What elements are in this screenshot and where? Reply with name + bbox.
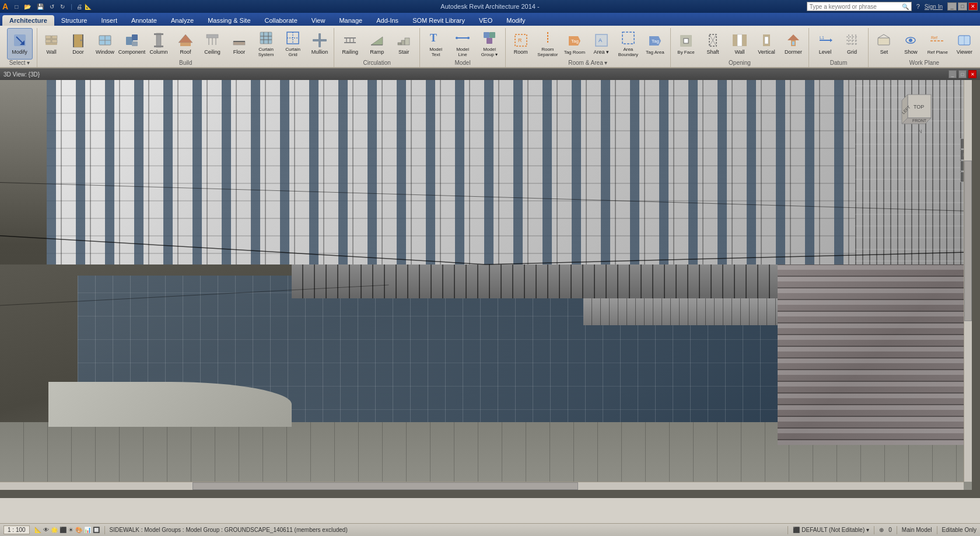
floor-button[interactable]: Floor bbox=[226, 28, 252, 60]
viewer-button[interactable]: Viewer bbox=[951, 28, 977, 60]
tab-addins[interactable]: Add-Ins bbox=[369, 15, 405, 26]
vertical-scrollbar[interactable] bbox=[964, 80, 972, 482]
workset-selector[interactable]: ⬛ DEFAULT (Not Editable) ▾ bbox=[793, 527, 869, 533]
maximize-btn[interactable]: □ bbox=[958, 2, 967, 11]
svg-rect-4 bbox=[46, 36, 51, 39]
workset-chevron[interactable]: ▾ bbox=[866, 527, 869, 533]
stair-button[interactable]: Stair bbox=[391, 28, 416, 60]
model-text-button[interactable]: T Model Text bbox=[423, 28, 449, 60]
tag-area-button[interactable]: Tag Tag Area bbox=[642, 28, 668, 60]
svg-point-52 bbox=[467, 37, 470, 39]
view-cube-container[interactable]: TOP LEFT FRONT N bbox=[896, 89, 943, 137]
viewport-title-controls: _ □ ✕ bbox=[949, 70, 977, 78]
analysis-icon[interactable]: 📊 bbox=[84, 527, 91, 533]
minimize-btn[interactable]: _ bbox=[947, 2, 957, 11]
view-cube[interactable]: TOP LEFT FRONT N bbox=[896, 89, 943, 135]
scale-display[interactable]: 1 : 100 bbox=[4, 525, 30, 534]
v-scroll-thumb[interactable] bbox=[964, 161, 972, 321]
svg-text:Tag: Tag bbox=[571, 39, 579, 44]
tab-structure[interactable]: Structure bbox=[54, 15, 94, 26]
tab-architecture[interactable]: Architecture bbox=[2, 15, 54, 26]
signin-label[interactable]: Sign In bbox=[925, 4, 943, 10]
wall-button[interactable]: Wall bbox=[38, 28, 64, 60]
svg-rect-20 bbox=[154, 46, 163, 47]
graphics-display-icon[interactable]: 🌟 bbox=[51, 527, 58, 533]
model-group-button[interactable]: Model Group ▾ bbox=[477, 28, 502, 60]
close-btn[interactable]: ✕ bbox=[968, 2, 978, 11]
column-label: Column bbox=[150, 50, 168, 55]
svg-text:L1: L1 bbox=[820, 36, 824, 40]
undo-btn[interactable]: ↺ bbox=[48, 3, 56, 11]
save-btn[interactable]: 💾 bbox=[35, 3, 46, 11]
grid-button[interactable]: Grid bbox=[839, 28, 865, 60]
shaft-button[interactable]: Shaft bbox=[700, 28, 726, 60]
tag-room-button[interactable]: Tag Tag Room bbox=[562, 28, 587, 60]
tab-view[interactable]: View bbox=[304, 15, 332, 26]
area-button[interactable]: A Area ▾ bbox=[589, 28, 614, 60]
detail-level-icon[interactable]: 📐 bbox=[34, 527, 41, 533]
render-icon[interactable]: 🎨 bbox=[75, 527, 82, 533]
help-btn[interactable]: ? bbox=[916, 3, 920, 10]
tab-massing[interactable]: Massing & Site bbox=[201, 15, 257, 26]
ref-plane-button[interactable]: Ref Ref Plane bbox=[925, 28, 950, 60]
modify-button[interactable]: Modify bbox=[7, 28, 33, 60]
set-button[interactable]: Set bbox=[871, 28, 897, 60]
tab-annotate[interactable]: Annotate bbox=[124, 15, 164, 26]
vp-close-btn[interactable]: ✕ bbox=[968, 70, 977, 78]
window-button[interactable]: Window bbox=[92, 28, 118, 60]
wall-opening-button[interactable]: Wall bbox=[727, 28, 752, 60]
editable-only-label[interactable]: Editable Only bbox=[942, 527, 977, 533]
room-button[interactable]: R Room bbox=[508, 28, 534, 60]
measure-btn[interactable]: 📐 bbox=[85, 4, 92, 10]
level-label: Level bbox=[819, 50, 832, 55]
horizontal-scrollbar[interactable] bbox=[0, 482, 964, 490]
search-box[interactable]: 🔍 bbox=[807, 2, 912, 11]
open-btn[interactable]: 📂 bbox=[22, 3, 33, 11]
vp-minimize-btn[interactable]: _ bbox=[949, 70, 957, 78]
mullion-button[interactable]: Mullion bbox=[307, 28, 332, 60]
redo-btn[interactable]: ↻ bbox=[58, 3, 66, 11]
tab-modify[interactable]: Modify bbox=[499, 15, 532, 26]
show-button[interactable]: Show bbox=[898, 28, 923, 60]
tab-manage[interactable]: Manage bbox=[332, 15, 369, 26]
tab-insert[interactable]: Insert bbox=[94, 15, 124, 26]
model-line-button[interactable]: Model Line bbox=[450, 28, 475, 60]
ceiling-button[interactable]: Ceiling bbox=[200, 28, 225, 60]
tab-collaborate[interactable]: Collaborate bbox=[258, 15, 304, 26]
svg-rect-48 bbox=[405, 38, 410, 45]
ramp-button[interactable]: Ramp bbox=[364, 28, 390, 60]
component-button[interactable]: Component bbox=[119, 28, 145, 60]
dormer-button[interactable]: Dormer bbox=[780, 28, 806, 60]
by-face-button[interactable]: By Face bbox=[673, 28, 699, 60]
search-input[interactable] bbox=[810, 4, 902, 10]
area-boundary-button[interactable]: Area Boundary bbox=[615, 28, 641, 60]
highlight-icon[interactable]: 🔲 bbox=[93, 527, 100, 533]
roof-button[interactable]: Roof bbox=[173, 28, 198, 60]
vertical-button[interactable]: Vertical bbox=[754, 28, 779, 60]
new-btn[interactable]: □ bbox=[13, 3, 20, 11]
crop-view-icon[interactable]: ⬛ bbox=[60, 527, 66, 533]
vertical-icon bbox=[758, 32, 775, 48]
railing-button[interactable]: Railing bbox=[337, 28, 363, 60]
room-separator-button[interactable]: Room Separator bbox=[535, 28, 561, 60]
set-label: Set bbox=[880, 50, 888, 55]
window-controls: _ □ ✕ bbox=[947, 2, 978, 11]
ribbon-group-workplane: Set Show Ref Ref Plane bbox=[869, 28, 980, 67]
door-button[interactable]: Door bbox=[65, 28, 91, 60]
h-scroll-thumb[interactable] bbox=[192, 482, 578, 490]
svg-rect-73 bbox=[737, 34, 742, 46]
wall-label: Wall bbox=[47, 50, 57, 55]
column-button[interactable]: Column bbox=[146, 28, 172, 60]
tab-som[interactable]: SOM Revit Library bbox=[405, 15, 472, 26]
curtain-system-button[interactable]: Curtain System bbox=[253, 28, 279, 60]
viewport-3d[interactable]: TOP LEFT FRONT N 3 ⊡ + − bbox=[0, 80, 972, 490]
visual-style-icon[interactable]: 👁 bbox=[43, 527, 49, 533]
tab-analyze[interactable]: Analyze bbox=[164, 15, 201, 26]
group-label-room-area: Room & Area ▾ bbox=[568, 60, 607, 67]
sun-path-icon[interactable]: ☀ bbox=[68, 527, 74, 533]
tab-veo[interactable]: VEO bbox=[472, 15, 499, 26]
print-btn[interactable]: 🖨 bbox=[76, 4, 82, 10]
vp-maximize-btn[interactable]: □ bbox=[958, 70, 967, 78]
level-button[interactable]: L1 Level bbox=[813, 28, 838, 60]
curtain-grid-button[interactable]: Curtain Grid bbox=[280, 28, 306, 60]
